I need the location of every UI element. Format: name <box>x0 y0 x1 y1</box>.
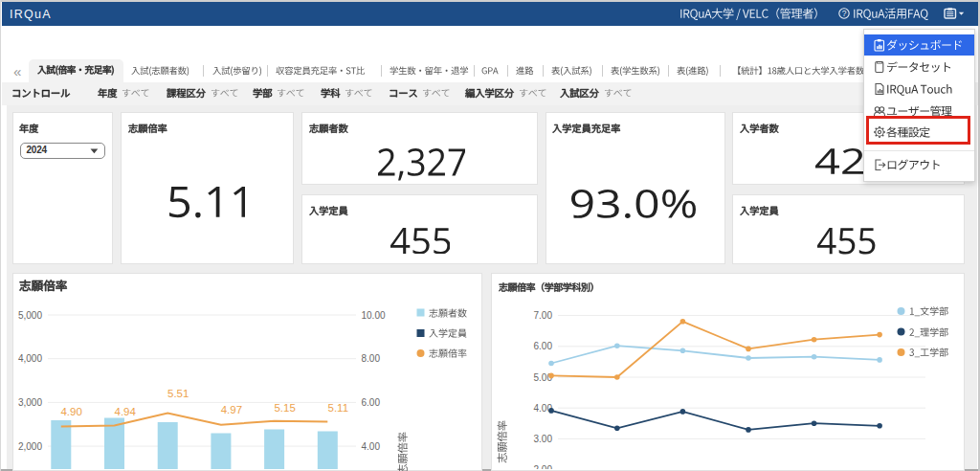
svg-text:6.00: 6.00 <box>534 341 553 351</box>
svg-text:4.00: 4.00 <box>362 441 381 452</box>
svg-text:10.00: 10.00 <box>362 310 386 321</box>
svg-text:5.51: 5.51 <box>167 388 189 399</box>
svg-text:5.11: 5.11 <box>328 402 349 414</box>
svg-text:3.00: 3.00 <box>534 434 553 444</box>
svg-text:4.97: 4.97 <box>221 404 242 415</box>
svg-text:5.15: 5.15 <box>274 402 295 414</box>
svg-text:4.90: 4.90 <box>60 406 81 417</box>
svg-text:2.00: 2.00 <box>534 464 553 469</box>
svg-text:7.00: 7.00 <box>534 310 553 321</box>
svg-text:4,000: 4,000 <box>18 353 42 364</box>
svg-text:5,000: 5,000 <box>18 310 42 321</box>
svg-text:3,000: 3,000 <box>18 397 42 408</box>
svg-text:2,000: 2,000 <box>18 441 42 452</box>
svg-text:4.94: 4.94 <box>115 406 137 417</box>
svg-text:?: ? <box>842 9 847 18</box>
svg-text:6.00: 6.00 <box>362 397 381 408</box>
svg-text:8.00: 8.00 <box>362 353 381 364</box>
